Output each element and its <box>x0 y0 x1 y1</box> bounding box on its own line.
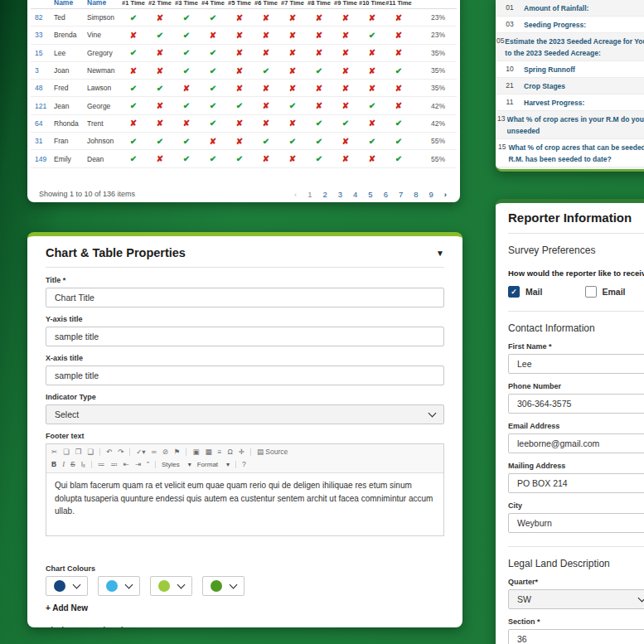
last-name-column-header[interactable]: Name <box>87 0 120 7</box>
pagination-page[interactable]: 2 <box>322 190 327 199</box>
editor-content[interactable]: Qui blam facerum quam ra et velicit eum … <box>46 473 443 535</box>
pagination-page[interactable]: 5 <box>368 190 372 199</box>
checkbox[interactable] <box>585 286 597 298</box>
pagination-page[interactable]: 4 <box>353 190 357 199</box>
pagination-page[interactable]: 9 <box>429 190 433 199</box>
pagination-page[interactable]: 7 <box>399 190 403 199</box>
colour-swatch-select[interactable] <box>46 576 88 596</box>
column-header-time[interactable]: #9 Time <box>332 0 359 7</box>
question-row[interactable]: 15What % of crop acres that can be seede… <box>496 138 644 167</box>
table-icon[interactable]: ▦ <box>205 448 211 456</box>
quarter-select[interactable]: SW <box>508 589 644 609</box>
question-link[interactable]: What % of your crop was not harvested in <box>510 170 644 172</box>
pagination-page[interactable]: 1 <box>307 190 312 199</box>
row-id-link[interactable]: 64 <box>32 119 54 128</box>
row-id-link[interactable]: 15 <box>32 49 54 57</box>
horizontal-rule-icon[interactable]: ≡ <box>218 448 222 456</box>
unlink-icon[interactable]: ⊘ <box>162 448 168 456</box>
numbered-list-icon[interactable]: ≔ <box>98 461 105 468</box>
blockquote-icon[interactable]: ” <box>147 461 149 468</box>
pagination-prev-icon[interactable]: ‹ <box>294 190 297 199</box>
column-header-time[interactable]: #5 Time <box>226 0 253 7</box>
question-row[interactable]: 21What % of your crop was not harvested … <box>496 167 644 172</box>
undo-icon[interactable]: ↶ <box>106 448 112 456</box>
bullet-list-icon[interactable]: ≕ <box>110 461 118 468</box>
column-header-time[interactable]: #10 Time <box>359 0 385 7</box>
special-char-icon[interactable]: Ω <box>227 448 232 456</box>
paste-text-icon[interactable]: ❑ <box>87 448 94 456</box>
row-id-link[interactable]: 31 <box>32 137 54 145</box>
anchor-icon[interactable]: ⚑ <box>174 448 181 456</box>
question-row[interactable]: 21Crop Stages <box>496 77 644 94</box>
column-header-time[interactable]: #3 Time <box>173 0 200 7</box>
checkbox-option[interactable]: ✓Mail <box>508 286 585 298</box>
row-id-link[interactable]: 3 <box>32 66 54 75</box>
question-link[interactable]: What % of crop acres in your R.M do you … <box>507 114 644 137</box>
outdent-icon[interactable]: ⇤ <box>123 461 129 468</box>
bold-icon[interactable]: B <box>51 461 56 468</box>
column-header-time[interactable]: #2 Time <box>147 0 173 7</box>
colour-swatch-select[interactable] <box>150 576 192 596</box>
question-row[interactable]: 03Seeding Progress: <box>496 16 644 32</box>
pagination-next-icon[interactable]: › <box>444 190 447 199</box>
pagination-page[interactable]: 8 <box>414 190 418 199</box>
pagination-page[interactable]: 3 <box>338 190 342 199</box>
about-icon[interactable]: ? <box>242 461 246 468</box>
italic-icon[interactable]: I <box>62 461 65 468</box>
indent-icon[interactable]: ⇥ <box>135 461 141 468</box>
phone-number-input[interactable]: 306-364-3575 <box>508 394 644 414</box>
redo-icon[interactable]: ↷ <box>118 448 123 456</box>
question-row[interactable]: 10Spring Runnoff <box>496 61 644 77</box>
row-id-link[interactable]: 82 <box>32 13 54 22</box>
row-id-link[interactable]: 121 <box>32 102 54 110</box>
x-axis-title-input[interactable]: sample title <box>46 366 444 385</box>
question-row[interactable]: 05Estimate the 2023 Seeded Acreage for Y… <box>496 32 644 61</box>
row-id-link[interactable]: 33 <box>32 31 54 39</box>
question-row[interactable]: 11Harvest Progress: <box>496 94 644 110</box>
indicator-type-select[interactable]: Select <box>46 404 444 424</box>
first-name-input[interactable]: Lee <box>508 354 644 374</box>
styles-dropdown[interactable]: Styles▾ <box>162 461 191 468</box>
spellcheck-icon[interactable]: ✓▾ <box>136 448 145 456</box>
checkbox[interactable]: ✓ <box>508 286 520 298</box>
source-button[interactable]: ▤ Source <box>257 448 288 456</box>
first-name-column-header[interactable]: Name <box>54 0 87 7</box>
question-row[interactable]: 13What % of crop acres in your R.M do yo… <box>496 110 644 138</box>
collapse-caret-icon[interactable]: ▼ <box>436 249 444 258</box>
strike-icon[interactable]: S <box>70 461 75 468</box>
question-link[interactable]: Estimate the 2023 Seeded Acreage for You… <box>505 36 644 59</box>
column-header-time[interactable]: #7 Time <box>279 0 306 7</box>
row-id-link[interactable]: 48 <box>32 84 54 92</box>
paste-icon[interactable]: ❐ <box>75 448 82 456</box>
format-dropdown[interactable]: Format▾ <box>197 461 230 468</box>
column-header-time[interactable]: #11 Time <box>385 0 412 7</box>
question-link[interactable]: Harvest Progress: <box>524 97 644 109</box>
mailing-address-input[interactable]: PO BOX 214 <box>508 473 644 493</box>
link-icon[interactable]: ∞ <box>152 448 157 456</box>
y-axis-title-input[interactable]: sample title <box>46 327 444 346</box>
column-header-time[interactable]: #6 Time <box>253 0 279 7</box>
column-header-time[interactable]: #8 Time <box>306 0 332 7</box>
colour-swatch-select[interactable] <box>202 576 245 596</box>
section-input[interactable]: 36 <box>508 629 644 644</box>
image-icon[interactable]: ▣ <box>192 448 199 456</box>
add-new-button[interactable]: + Add New <box>46 603 444 613</box>
column-header-time[interactable]: #1 Time <box>120 0 147 7</box>
question-row[interactable]: 01Amount of Rainfall: <box>496 0 644 16</box>
question-link[interactable]: Amount of Rainfall: <box>524 2 644 14</box>
title-input[interactable]: Chart Title <box>46 288 444 307</box>
maximize-icon[interactable]: ✛ <box>239 448 245 456</box>
colour-swatch-select[interactable] <box>98 576 140 596</box>
question-link[interactable]: Seeding Progress: <box>524 19 644 31</box>
remove-format-icon[interactable]: Iₓ <box>81 461 85 468</box>
copy-icon[interactable]: ❏ <box>63 448 70 456</box>
column-header-time[interactable]: #4 Time <box>200 0 226 7</box>
cut-icon[interactable]: ✂ <box>51 448 57 456</box>
pagination-page[interactable]: 6 <box>384 190 388 199</box>
question-link[interactable]: What % of crop acres that can be seeded … <box>508 142 644 165</box>
city-input[interactable]: Weyburn <box>508 513 644 533</box>
row-id-link[interactable]: 149 <box>32 155 54 163</box>
email-address-input[interactable]: leeborne@gmail.com <box>508 433 644 453</box>
checkbox-option[interactable]: Email <box>585 286 644 298</box>
question-link[interactable]: Spring Runnoff <box>524 64 644 75</box>
